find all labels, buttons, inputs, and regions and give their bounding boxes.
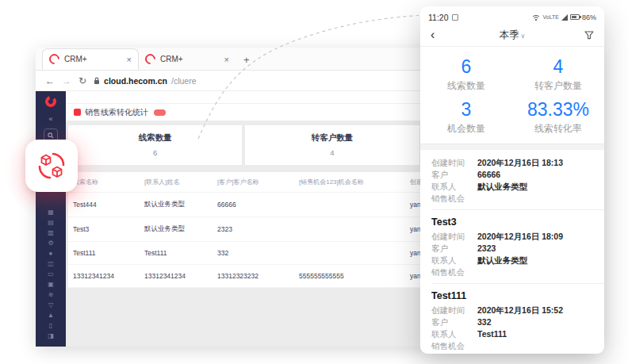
phone-nav-bar: ‹ 本季∨ (420, 24, 604, 47)
lead-field-label: 创建时间 (431, 305, 477, 316)
phone-stat-value: 83.33% (512, 99, 604, 120)
lead-field-row: 客户66666 (431, 169, 604, 181)
phone-stat-label: 线索数量 (420, 79, 512, 93)
file-icon[interactable]: ▯ (49, 323, 52, 329)
table-cell: 1331 (140, 288, 213, 289)
tab-list: CRM+×CRM+× (42, 48, 236, 70)
lock-icon (94, 77, 100, 85)
stat-card: 转客户数量4 (245, 125, 419, 165)
lead-field-row: 销售机会 (431, 340, 604, 352)
lead-field-label: 销售机会 (431, 193, 477, 205)
list-item[interactable]: 创建时间2020年12月16日 18:13客户66666联系人默认业务类型销售机… (431, 153, 604, 210)
lead-field-label: 创建时间 (431, 157, 477, 169)
lead-field-label: 客户 (431, 169, 477, 181)
forward-icon[interactable]: → (62, 75, 71, 86)
module-icon[interactable]: ▣ (48, 282, 54, 288)
chart-icon[interactable]: ▲ (48, 312, 54, 319)
lead-field-value: 66666 (477, 169, 500, 181)
lead-field-value: 2020年12月16日 15:52 (477, 305, 563, 316)
table-cell: 121212 (294, 288, 405, 289)
lead-field-row: 联系人默认业务类型 (431, 255, 604, 266)
phone-stat-label: 机会数量 (420, 122, 512, 136)
dot-icon[interactable]: ● (49, 251, 53, 257)
board-icon[interactable]: ◨ (48, 333, 54, 339)
browser-tab[interactable]: CRM+× (139, 48, 236, 70)
url-host: cloud.hecom.cn (104, 76, 167, 86)
table-cell: 默认业务类型 (140, 193, 213, 217)
stat-card-value: 6 (153, 148, 157, 157)
volte-indicator: VoLTE (542, 14, 559, 20)
funnel-icon[interactable]: ▽ (48, 302, 53, 308)
table-cell: Test111 (140, 242, 213, 265)
settings-gear-icon[interactable]: ⚙ (48, 240, 53, 247)
phone-stat-value: 4 (512, 56, 604, 77)
list-item[interactable]: Test111创建时间2020年12月16日 15:52客户332联系人Test… (431, 284, 604, 354)
table-cell (294, 217, 405, 242)
lead-field-row: 联系人默认业务类型 (431, 181, 604, 193)
lead-field-label: 销售机会 (431, 340, 477, 352)
url-input[interactable]: cloud.hecom.cn/cluere (94, 76, 196, 86)
report-icon (74, 109, 81, 116)
table-cell: 13312341234 (140, 265, 213, 288)
table-cell: 13312341234 (68, 265, 140, 288)
column-header: [联系人]姓名 (140, 172, 213, 193)
lead-field-row: 客户332 (431, 316, 604, 328)
wave-icon[interactable]: ≋ (48, 292, 54, 298)
lead-field-row: 客户2323 (431, 243, 604, 255)
lead-convert-icon (36, 150, 67, 182)
list-item[interactable]: Test3创建时间2020年12月16日 18:09客户2323联系人默认业务类… (431, 210, 604, 284)
lead-field-label: 联系人 (431, 181, 477, 193)
lead-field-label: 客户 (431, 316, 477, 328)
phone-stat-label: 转客户数量 (512, 79, 604, 93)
tab-label: CRM+ (64, 55, 87, 63)
phone-stat: 6线索数量 (420, 56, 512, 93)
lead-name: Test3 (431, 216, 604, 228)
sidebar-icon-column: ▦▤▥⚙●◫▭▣≋▽▲▯◨ (48, 209, 54, 339)
panel-icon[interactable]: ◫ (48, 261, 54, 267)
wifi-icon (532, 14, 540, 21)
phone-stat-label: 线索转化率 (512, 122, 604, 136)
browser-tab[interactable]: CRM+× (42, 48, 139, 70)
table-cell: 1331 (68, 288, 140, 289)
section-divider (420, 144, 604, 150)
page-title[interactable]: 销售线索转化统计 (85, 107, 148, 118)
phone-stat: 4转客户数量 (512, 56, 604, 93)
lead-list: 创建时间2020年12月16日 18:13客户66666联系人默认业务类型销售机… (420, 150, 604, 354)
tab-label: CRM+ (160, 55, 183, 63)
period-dropdown[interactable]: 本季∨ (420, 29, 604, 42)
battery-percent: 86% (582, 13, 596, 21)
tab-close-icon[interactable]: × (127, 55, 132, 64)
new-tab-button[interactable]: + (243, 54, 250, 70)
table-cell: 555555555555 (294, 265, 405, 288)
lead-field-value: 2020年12月16日 18:13 (477, 157, 563, 169)
status-app-icon (452, 14, 458, 21)
lead-field-label: 联系人 (431, 255, 477, 266)
table-cell: Test111 (68, 242, 140, 265)
back-icon[interactable]: ← (45, 75, 55, 86)
lead-field-value: Test111 (477, 328, 507, 340)
lead-field-value: 2323 (477, 243, 496, 255)
table-cell: 13312323232 (213, 265, 294, 288)
lead-field-row: 创建时间2020年12月16日 18:09 (431, 231, 604, 243)
signal-icon (561, 14, 568, 21)
phone-stat: 3机会数量 (420, 99, 512, 136)
crm-favicon-icon (47, 52, 61, 66)
document-icon[interactable]: ▥ (48, 230, 54, 236)
lead-field-label: 销售机会 (431, 266, 477, 278)
app-badge (25, 140, 78, 192)
lead-field-row: 创建时间2020年12月16日 18:13 (431, 157, 604, 169)
phone-stat-value: 6 (420, 56, 512, 77)
lead-field-row: 销售机会 (431, 266, 604, 278)
stat-card-label: 线索数量 (139, 132, 172, 144)
lead-field-row: 创建时间2020年12月16日 15:52 (431, 305, 604, 316)
tab-close-icon[interactable]: × (224, 55, 229, 64)
marketing-composite: CRM+×CRM+× + ← → ↻ cloud.hecom.cn/cluere… (0, 0, 628, 364)
refresh-icon[interactable]: ↻ (78, 75, 86, 86)
table-cell: 13312323232 (213, 288, 294, 289)
table-cell: 2323 (213, 217, 294, 242)
table-cell: 332 (213, 242, 294, 265)
url-path: /cluere (171, 76, 197, 86)
hecom-logo-icon (44, 95, 57, 108)
lead-field-value: 默认业务类型 (477, 255, 527, 266)
card-icon[interactable]: ▭ (48, 271, 54, 278)
